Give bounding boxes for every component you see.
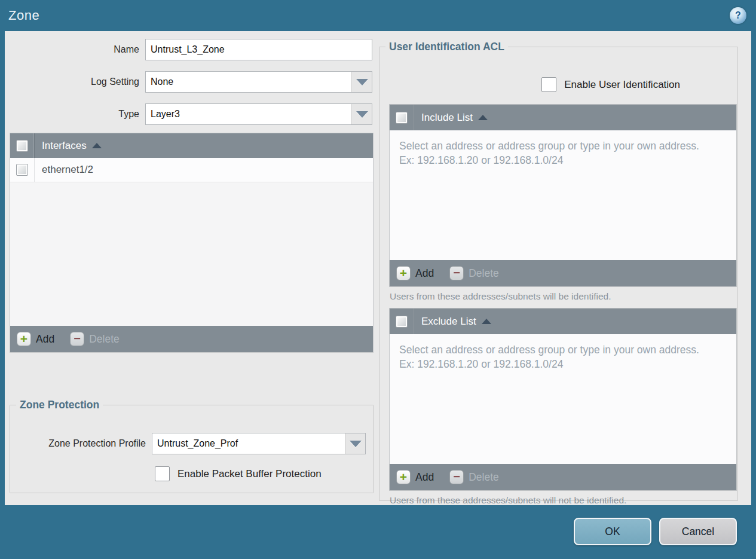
table-row[interactable]: ethernet1/2 [10, 158, 373, 182]
dialog-title: Zone [8, 8, 39, 23]
include-list-table: Include List Select an address or addres… [389, 104, 737, 287]
include-add-button[interactable]: + Add [396, 266, 434, 280]
minus-icon: − [449, 266, 464, 280]
interfaces-header-checkbox-cell [10, 133, 35, 158]
log-setting-row: Log Setting None [9, 71, 372, 93]
include-list-header[interactable]: Include List [390, 105, 736, 130]
delete-label: Delete [89, 333, 120, 346]
sort-ascending-icon [92, 143, 102, 148]
minus-icon: − [449, 470, 464, 484]
exclude-header-checkbox-cell [390, 308, 414, 334]
log-setting-label: Log Setting [9, 77, 145, 87]
cancel-button[interactable]: Cancel [659, 518, 737, 545]
exclude-delete-button[interactable]: − Delete [449, 470, 499, 484]
type-value: Layer3 [146, 104, 351, 124]
enable-user-id-row: Enable User Identification [541, 77, 680, 92]
include-list-placeholder: Select an address or address group or ty… [390, 130, 712, 176]
minus-glyph: − [453, 471, 460, 482]
exclude-list-footer: + Add − Delete [390, 464, 736, 490]
plus-glyph: + [400, 267, 407, 279]
type-dropdown-button[interactable] [351, 104, 372, 124]
row-checkbox-cell [10, 158, 35, 182]
include-list-caption: Users from these addresses/subnets will … [390, 291, 611, 302]
name-input[interactable] [145, 39, 372, 60]
exclude-list-title: Exclude List [421, 316, 476, 328]
packet-buffer-checkbox[interactable] [155, 466, 170, 481]
interfaces-table-body: ethernet1/2 [10, 158, 373, 326]
include-list-footer: + Add − Delete [390, 260, 736, 286]
dialog-content: Name Log Setting None Type Layer3 Interf… [5, 31, 751, 505]
sort-ascending-icon [478, 115, 488, 120]
include-list-title: Include List [421, 112, 473, 124]
chevron-down-icon [356, 111, 368, 118]
delete-interface-button[interactable]: − Delete [70, 332, 120, 346]
interfaces-column-title: Interfaces [42, 140, 87, 152]
question-mark-glyph: ? [735, 10, 741, 21]
sort-ascending-icon [482, 319, 491, 324]
dialog-titlebar: Zone ? [0, 0, 756, 31]
type-dropdown[interactable]: Layer3 [145, 103, 372, 125]
chevron-down-icon [350, 441, 362, 447]
interfaces-table-footer: + Add − Delete [10, 326, 373, 352]
add-label: Add [415, 267, 434, 280]
zone-protection-profile-value: Untrust_Zone_Prof [152, 433, 345, 454]
exclude-list-placeholder: Select an address or address group or ty… [390, 334, 712, 380]
zone-protection-profile-row: Zone Protection Profile Untrust_Zone_Pro… [17, 433, 366, 454]
include-list-body[interactable]: Select an address or address group or ty… [390, 130, 736, 260]
packet-buffer-label: Enable Packet Buffer Protection [177, 468, 322, 480]
log-setting-dropdown-button[interactable] [351, 72, 372, 92]
zone-protection-section: Zone Protection Zone Protection Profile … [10, 399, 374, 493]
plus-icon: + [17, 332, 31, 346]
zone-protection-legend: Zone Protection [16, 399, 103, 411]
add-interface-button[interactable]: + Add [17, 332, 54, 346]
chevron-down-icon [356, 79, 368, 85]
include-delete-button[interactable]: − Delete [449, 266, 499, 280]
log-setting-value: None [146, 72, 351, 92]
exclude-list-body[interactable]: Select an address or address group or ty… [390, 334, 736, 464]
name-row: Name [9, 39, 372, 60]
zone-protection-profile-dropdown-button[interactable] [345, 433, 365, 454]
minus-glyph: − [453, 267, 460, 279]
plus-icon: + [396, 470, 411, 484]
exclude-select-all-checkbox[interactable] [396, 316, 408, 328]
exclude-add-button[interactable]: + Add [396, 470, 434, 484]
log-setting-dropdown[interactable]: None [145, 71, 372, 93]
enable-user-id-label: Enable User Identification [564, 79, 680, 91]
select-all-checkbox[interactable] [16, 140, 28, 152]
minus-icon: − [70, 332, 84, 346]
packet-buffer-row: Enable Packet Buffer Protection [155, 466, 322, 481]
enable-user-id-checkbox[interactable] [541, 77, 556, 92]
add-label: Add [415, 471, 434, 484]
type-label: Type [9, 109, 145, 120]
name-label: Name [9, 44, 145, 55]
delete-label: Delete [469, 471, 499, 484]
delete-label: Delete [469, 267, 499, 280]
user-id-acl-legend: User Identification ACL [385, 41, 508, 53]
include-select-all-checkbox[interactable] [396, 112, 408, 124]
interfaces-table: Interfaces ethernet1/2 + Add − Delete [10, 133, 374, 353]
zone-dialog: Zone ? Name Log Setting None Type Layer3 [0, 0, 756, 559]
ok-button[interactable]: OK [574, 518, 651, 545]
zone-protection-profile-dropdown[interactable]: Untrust_Zone_Prof [152, 433, 366, 454]
exclude-list-caption: Users from these addresses/subnets will … [390, 495, 626, 506]
type-row: Type Layer3 [9, 103, 372, 125]
user-id-acl-section: User Identification ACL Enable User Iden… [379, 41, 738, 501]
zone-protection-profile-label: Zone Protection Profile [17, 438, 152, 449]
add-label: Add [36, 333, 54, 346]
plus-glyph: + [400, 471, 407, 483]
help-icon[interactable]: ? [730, 7, 746, 24]
interfaces-table-header[interactable]: Interfaces [10, 133, 373, 158]
include-header-checkbox-cell [390, 105, 414, 130]
plus-glyph: + [20, 332, 27, 345]
plus-icon: + [396, 266, 411, 280]
exclude-list-header[interactable]: Exclude List [390, 308, 736, 334]
exclude-list-table: Exclude List Select an address or addres… [389, 308, 737, 491]
interface-name: ethernet1/2 [42, 164, 93, 176]
minus-glyph: − [74, 332, 81, 344]
dialog-footer: OK Cancel [0, 505, 756, 559]
row-checkbox[interactable] [16, 164, 28, 176]
